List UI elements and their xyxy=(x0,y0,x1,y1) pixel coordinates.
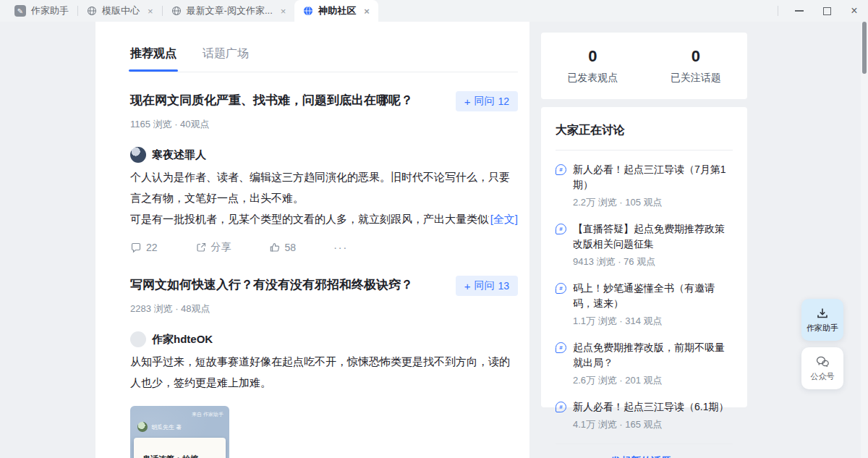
post-paragraph: 从知乎过来，短故事赛道好像在起点吃不开，惊悚恐怖类更是找不到方向，读的人也少，签… xyxy=(130,351,518,393)
discussion-item-stats: 2.6万 浏览 · 201 观点 xyxy=(573,374,733,387)
writer-assistant-download-button[interactable]: 作家助手 xyxy=(801,299,843,341)
topic-bubble-icon: # xyxy=(556,402,566,412)
stat-published-views[interactable]: 0 已发表观点 xyxy=(541,47,644,85)
ask-too-button[interactable]: + 同问 13 xyxy=(456,276,518,296)
stat-value: 0 xyxy=(541,47,644,66)
book-share-card[interactable]: 来自 作家助手 胡瓜先生 著 鬼话连篇：抬棺 我是一名民俗学者，曾以为古籍中的怪… xyxy=(130,406,229,458)
trending-discussion-card: 大家正在讨论 # 新人必看！起点三江导读（7月第1期） 2.2万 浏览 · 10… xyxy=(541,107,747,407)
content-tabs: 推荐观点 话题广场 xyxy=(130,46,518,72)
topic-bubble-icon: # xyxy=(556,164,566,175)
discussion-item-title: 新人必看！起点三江导读（6.1期） xyxy=(573,399,728,415)
plus-icon: + xyxy=(464,96,471,108)
stat-label: 已发表观点 xyxy=(541,72,644,85)
tab-topic-plaza[interactable]: 话题广场 xyxy=(203,46,249,72)
tab-writer-assistant[interactable]: ✎ 作家助手 xyxy=(6,0,77,22)
share-icon xyxy=(195,242,207,253)
comment-button[interactable]: 22 xyxy=(130,242,158,253)
discussion-item-stats: 1.1万 浏览 · 314 观点 xyxy=(573,315,733,328)
discussion-item[interactable]: # 码上！妙笔通鉴懂全书（有邀请码，速来） 1.1万 浏览 · 314 观点 xyxy=(556,281,733,328)
post-paragraph-truncated: 可是有一批投机者，见某个类型的文看的人多，就立刻跟风，产出大量类似文，本质 xyxy=(130,208,489,229)
tab-label: 模版中心 xyxy=(102,4,140,17)
tab-label: 最新文章-阅文作家... xyxy=(187,4,273,17)
embed-author-name: 胡瓜先生 著 xyxy=(151,423,182,431)
stat-followed-topics[interactable]: 0 已关注话题 xyxy=(644,47,748,85)
plus-icon: + xyxy=(464,280,471,292)
globe-icon xyxy=(171,6,182,16)
main-content-card: 推荐观点 话题广场 现在网文同质化严重、找书难，问题到底出在哪呢？ + 同问 1… xyxy=(95,22,529,458)
discussion-item[interactable]: # 【直播答疑】起点免费期推荐政策改版相关问题征集 9413 浏览 · 76 观… xyxy=(556,221,733,268)
discussion-item-stats: 9413 浏览 · 76 观点 xyxy=(573,255,733,268)
ask-too-button[interactable]: + 同问 12 xyxy=(456,91,518,111)
float-button-label: 公众号 xyxy=(811,371,835,382)
topic-bubble-icon: # xyxy=(556,224,566,234)
comment-icon xyxy=(130,242,142,253)
globe-icon xyxy=(87,6,97,16)
book-page: 鬼话连篇：抬棺 我是一名民俗学者，曾以为古籍中的怪力乱神只是先民的臆想，直到那次… xyxy=(134,438,226,458)
globe-icon xyxy=(303,6,313,16)
avatar[interactable] xyxy=(130,331,146,347)
close-tab-icon[interactable]: × xyxy=(281,7,286,16)
thumbs-up-icon xyxy=(269,242,281,253)
share-label: 分享 xyxy=(211,241,231,254)
close-tab-icon[interactable]: × xyxy=(148,7,153,16)
pencil-icon: ✎ xyxy=(14,5,26,17)
scrollbar-thumb[interactable] xyxy=(862,22,867,74)
discussion-item-stats: 4.1万 浏览 · 165 观点 xyxy=(573,418,728,431)
download-icon xyxy=(816,307,829,320)
author-row: 作家hdteOK xyxy=(130,331,518,347)
scrollbar-track[interactable] xyxy=(861,22,868,458)
float-button-label: 作家助手 xyxy=(807,323,838,334)
discussion-item-stats: 2.2万 浏览 · 105 观点 xyxy=(573,196,733,209)
discussion-item-title: 新人必看！起点三江导读（7月第1期） xyxy=(573,162,733,192)
discussion-item[interactable]: # 起点免费期推荐改版，前期不吸量就出局？ 2.6万 浏览 · 201 观点 xyxy=(556,340,733,387)
close-window-button[interactable]: × xyxy=(841,0,868,22)
avatar[interactable] xyxy=(130,147,146,163)
ask-too-label: 同问 xyxy=(474,95,494,108)
author-row: 寒夜述罪人 xyxy=(130,147,518,163)
tab-template-center[interactable]: 模版中心 × xyxy=(78,0,162,22)
wechat-icon xyxy=(815,355,830,368)
ask-too-label: 同问 xyxy=(474,279,494,292)
post-stats: 1165 浏览 · 40观点 xyxy=(130,118,518,131)
maximize-icon xyxy=(823,7,831,15)
author-name[interactable]: 作家hdteOK xyxy=(152,333,213,347)
stat-value: 0 xyxy=(644,47,748,66)
post-stats: 2283 浏览 · 48观点 xyxy=(130,302,518,315)
my-stats-card: 0 已发表观点 0 已关注话题 xyxy=(541,33,747,99)
close-tab-icon[interactable]: × xyxy=(364,7,370,16)
avatar xyxy=(137,422,148,432)
ask-too-count: 12 xyxy=(498,96,509,107)
tab-label: 神助社区 xyxy=(318,4,356,17)
post-title[interactable]: 现在网文同质化严重、找书难，问题到底出在哪呢？ xyxy=(130,91,413,110)
tab-label: 作家助手 xyxy=(31,4,69,17)
tab-community-active[interactable]: 神助社区 × xyxy=(294,0,378,22)
maximize-button[interactable] xyxy=(813,0,841,22)
like-button[interactable]: 58 xyxy=(269,242,297,253)
discussion-item[interactable]: # 新人必看！起点三江导读（6.1期） 4.1万 浏览 · 165 观点 xyxy=(556,399,733,431)
discussion-heading: 大家正在讨论 xyxy=(556,123,733,138)
official-account-button[interactable]: 公众号 xyxy=(801,347,843,389)
post-item-2: 写网文如何快速入行？有没有没有邪招和终极诀窍？ + 同问 13 2283 浏览 … xyxy=(130,276,518,458)
discussion-item-title: 【直播答疑】起点免费期推荐政策改版相关问题征集 xyxy=(573,221,733,252)
window-controls: × xyxy=(778,0,868,22)
tab-latest-articles[interactable]: 最新文章-阅文作家... × xyxy=(163,0,295,22)
full-text-link[interactable]: [全文] xyxy=(490,208,518,229)
share-button[interactable]: 分享 xyxy=(195,241,231,254)
discussion-item[interactable]: # 新人必看！起点三江导读（7月第1期） 2.2万 浏览 · 105 观点 xyxy=(556,162,733,209)
tab-recommended-views[interactable]: 推荐观点 xyxy=(130,46,176,72)
discussion-item-title: 起点免费期推荐改版，前期不吸量就出局？ xyxy=(573,340,733,370)
new-topic-link[interactable]: 发起新的话题 › xyxy=(556,444,733,458)
embed-author-row: 胡瓜先生 著 xyxy=(137,422,182,432)
controls-separator xyxy=(778,6,778,16)
topic-bubble-icon: # xyxy=(556,342,566,353)
author-name[interactable]: 寒夜述罪人 xyxy=(152,148,206,162)
stat-label: 已关注话题 xyxy=(644,72,748,85)
post-title[interactable]: 写网文如何快速入行？有没有没有邪招和终极诀窍？ xyxy=(130,276,413,294)
embed-source-label: 来自 作家助手 xyxy=(192,411,224,418)
post-actions: 22 分享 58 ··· xyxy=(130,241,518,254)
like-count: 58 xyxy=(285,242,297,253)
minimize-button[interactable] xyxy=(786,0,813,22)
more-options-icon[interactable]: ··· xyxy=(333,242,348,253)
discussion-item-title: 码上！妙笔通鉴懂全书（有邀请码，速来） xyxy=(573,281,733,311)
minimize-icon xyxy=(795,10,804,12)
